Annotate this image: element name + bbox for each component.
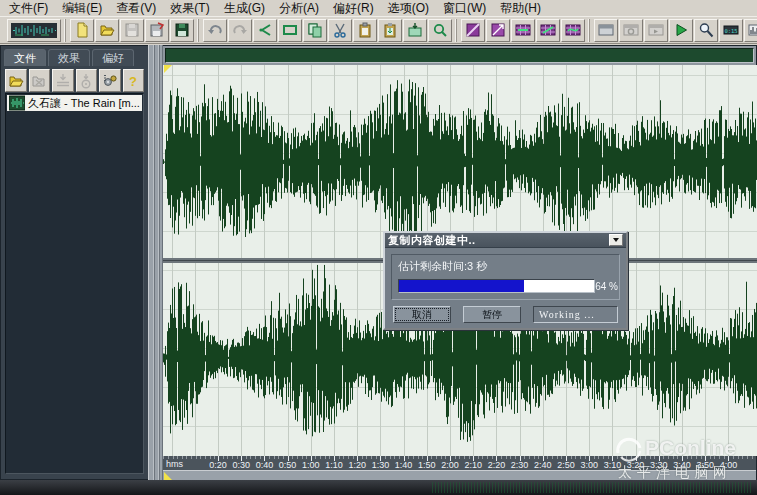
menu-bar: 文件(F)编辑(E)查看(V)效果(T)生成(G)分析(A)偏好(R)选项(O)… [0,0,757,17]
ruler-time-label: 2:10 [464,460,482,470]
menu-item-6[interactable]: 偏好(R) [326,0,381,18]
menu-item-2[interactable]: 查看(V) [109,0,163,18]
sidebar-panel: 文件效果偏好 ? 久石讓 - The Rain [m... [0,45,148,480]
delete-selection-icon [257,22,273,38]
waveform-view-button[interactable] [7,19,61,42]
ruler-time-label: 2:20 [488,460,506,470]
copy-button[interactable] [303,19,327,42]
play-list-button[interactable] [644,19,668,42]
main-toolbar: 0:15? [0,17,757,44]
eta-label: 估计剩余时间:3 秒 [398,259,613,274]
menu-item-9[interactable]: 帮助(H) [493,0,548,18]
menu-item-4[interactable]: 生成(G) [217,0,272,18]
progress-dialog-titlebar[interactable]: 复制内容创建中.. [385,233,626,248]
ruler-time-label: 3:10 [604,460,622,470]
undo-button[interactable] [203,19,227,42]
cue-list-icon [623,22,639,38]
invert-button[interactable] [461,19,485,42]
menu-item-7[interactable]: 选项(O) [381,0,436,18]
ruler-footer [163,470,756,480]
zoom-icon [698,22,714,38]
normalize-button[interactable] [511,19,535,42]
undo-icon [207,22,223,38]
cancel-button[interactable]: 取消 [393,306,451,323]
ruler-time-label: 0:20 [209,460,227,470]
file-name-label: 久石讓 - The Rain [m... [28,96,140,111]
open-folder-button[interactable] [5,69,27,92]
options-icon [102,73,118,89]
time-window-button[interactable]: 0:15 [719,19,743,42]
dynamics-icon [540,22,556,38]
paste-to-new-button[interactable] [403,19,427,42]
organizer-button[interactable] [594,19,618,42]
svg-text:?: ? [129,74,137,89]
ruler-time-label: 2:30 [511,460,529,470]
ruler-time-label: 1:50 [418,460,436,470]
ruler-time-label: 1:00 [302,460,320,470]
help-button[interactable]: ? [123,69,145,92]
zoom-button[interactable] [694,19,718,42]
waveform-view-icon [11,23,57,38]
chevron-down-icon [613,238,619,242]
save-file-icon [124,22,140,38]
copy-icon [307,22,323,38]
mix-paste-button[interactable] [378,19,402,42]
toolbar-group-edit [198,19,456,42]
save-as-button[interactable] [145,19,169,42]
overview-bar[interactable] [165,48,754,63]
cursor-marker-bottom-icon[interactable] [164,472,172,480]
ruler-time-label: 3:50 [696,460,714,470]
new-file-icon [74,22,90,38]
tab-0[interactable]: 文件 [4,49,46,66]
cursor-marker-top-icon[interactable] [164,65,172,73]
ruler-time-label: 2:40 [534,460,552,470]
tab-1[interactable]: 效果 [48,49,90,66]
save-file-button[interactable] [120,19,144,42]
ruler-time-label: 4:00 [720,460,738,470]
menu-item-8[interactable]: 窗口(W) [436,0,493,18]
time-ruler[interactable]: hms 0:200:300:400:501:001:101:201:301:40… [163,456,756,470]
close-file-button[interactable] [29,69,51,92]
menu-item-5[interactable]: 分析(A) [272,0,326,18]
progress-bar-fill [399,280,524,292]
trim-button[interactable] [278,19,302,42]
ruler-time-label: 2:50 [557,460,575,470]
ruler-time-label: 3:30 [650,460,668,470]
reverse-button[interactable] [486,19,510,42]
file-list-item[interactable]: 久石讓 - The Rain [m... [7,95,142,111]
progress-dialog: 复制内容创建中.. 估计剩余时间:3 秒 64 % 取消 暂停 Working … [383,231,628,330]
dynamics-button[interactable] [536,19,560,42]
progress-group: 估计剩余时间:3 秒 [391,254,620,300]
options-button[interactable] [99,69,121,92]
file-list[interactable]: 久石讓 - The Rain [m... [5,93,144,474]
level-meter-trace [432,482,751,493]
convert-sample-type-button[interactable] [428,19,452,42]
save-selection-icon [174,22,190,38]
ruler-time-label: 2:00 [441,460,459,470]
dialog-collapse-button[interactable] [609,234,623,246]
pause-button[interactable]: 暂停 [463,306,521,323]
insert-cd-button[interactable] [76,69,98,92]
save-selection-button[interactable] [170,19,194,42]
menu-item-1[interactable]: 编辑(E) [55,0,109,18]
new-file-button[interactable] [70,19,94,42]
cue-list-button[interactable] [619,19,643,42]
bottom-meter-strip [0,480,757,495]
redo-button[interactable] [228,19,252,42]
play-button[interactable] [669,19,693,42]
dialog-buttons-row: 取消 暂停 Working ... [393,306,618,323]
tab-2[interactable]: 偏好 [92,49,134,66]
insert-multitrack-button[interactable] [52,69,74,92]
menu-item-0[interactable]: 文件(F) [2,0,55,18]
convert-sample-type-icon [432,22,448,38]
menu-item-3[interactable]: 效果(T) [163,0,216,18]
open-file-button[interactable] [95,19,119,42]
cut-button[interactable] [328,19,352,42]
delete-selection-button[interactable] [253,19,277,42]
frequency-analysis-button[interactable] [744,19,757,42]
paste-button[interactable] [353,19,377,42]
ruler-time-label: 1:20 [348,460,366,470]
panel-splitter[interactable] [148,45,163,480]
eq-button[interactable] [561,19,585,42]
redo-icon [232,22,248,38]
